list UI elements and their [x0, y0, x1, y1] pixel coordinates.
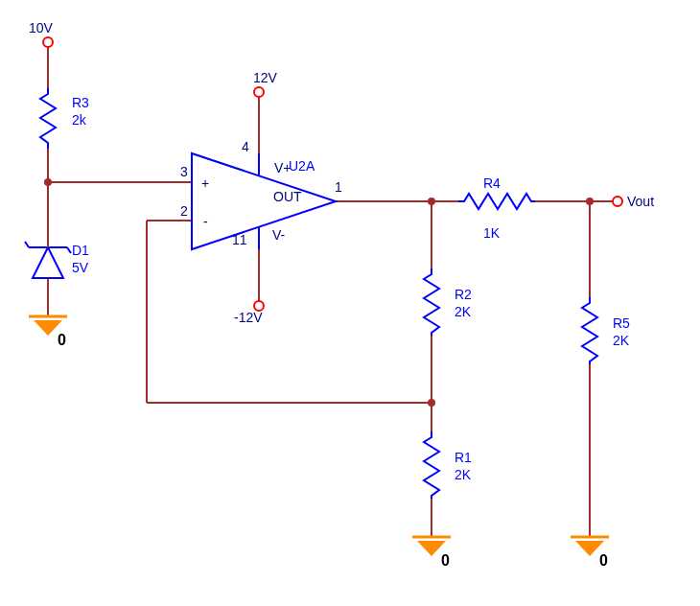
- pin-vpos-num: 4: [242, 139, 249, 154]
- resistor-R3: R3 2k: [40, 88, 89, 149]
- supply-neg12v-label: -12V: [234, 310, 263, 325]
- supply-12v-label: 12V: [253, 70, 278, 85]
- resistor-R1: R1 2K: [424, 431, 472, 499]
- ground-left: 0: [29, 316, 67, 348]
- pin-noninv-num: 3: [180, 164, 188, 179]
- R2-name: R2: [455, 287, 472, 302]
- R4-value: 1K: [483, 225, 501, 241]
- R5-value: 2K: [613, 333, 630, 348]
- pin-inv-num: 2: [180, 203, 188, 219]
- resistor-R2: R2 2K: [424, 268, 472, 336]
- circuit-diagram: R3 2k D1 5V 3 2 1 4 11 + - V+ V- OUT U2A…: [0, 0, 700, 606]
- R1-name: R1: [455, 450, 472, 465]
- junction: [428, 399, 435, 407]
- output-terminal: [613, 197, 622, 206]
- junction: [428, 198, 435, 205]
- junction: [44, 178, 52, 186]
- supply-terminal-12v: [254, 87, 264, 97]
- R2-value: 2K: [455, 304, 472, 319]
- R3-name: R3: [72, 95, 89, 110]
- R3-value: 2k: [72, 112, 87, 128]
- out-label: OUT: [273, 189, 302, 204]
- R5-name: R5: [613, 315, 630, 331]
- svg-marker-0: [33, 247, 63, 278]
- inv-symbol: -: [203, 214, 208, 229]
- noninv-symbol: +: [201, 175, 209, 191]
- resistor-R5: R5 2K: [582, 297, 630, 364]
- gnd-label-right: 0: [599, 552, 608, 569]
- opamp-name: U2A: [289, 158, 315, 174]
- supply-10v-label: 10V: [29, 20, 54, 35]
- resistor-R4: R4 1K: [458, 175, 535, 241]
- supply-terminal-10v: [43, 37, 53, 47]
- ground-mid: 0: [412, 537, 451, 569]
- pin-out-num: 1: [335, 179, 342, 195]
- D1-value: 5V: [72, 260, 89, 275]
- output-label: Vout: [627, 194, 654, 209]
- zener-D1: D1 5V: [25, 238, 89, 278]
- vneg-label: V-: [272, 227, 286, 243]
- gnd-label-left: 0: [58, 332, 66, 348]
- opamp-U2A: 3 2 1 4 11 + - V+ V- OUT U2A: [180, 139, 342, 249]
- junction: [586, 198, 594, 205]
- ground-right: 0: [571, 537, 609, 569]
- D1-name: D1: [72, 243, 89, 258]
- R1-value: 2K: [455, 467, 472, 482]
- pin-vneg-num: 11: [232, 232, 247, 247]
- gnd-label-mid: 0: [441, 552, 450, 569]
- R4-name: R4: [483, 175, 501, 191]
